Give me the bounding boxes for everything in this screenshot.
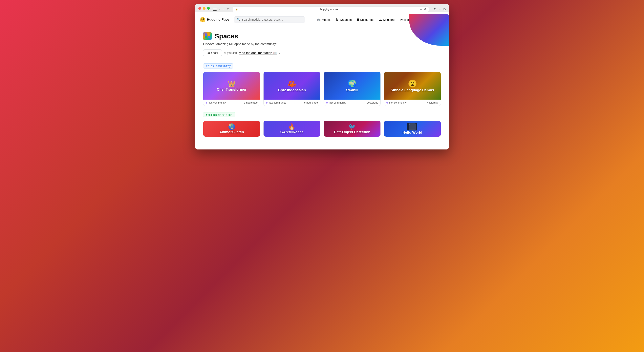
computer-vision-tag[interactable]: #computer-vision: [203, 112, 235, 117]
card-footer: flax-community 3 hours ago: [203, 100, 260, 106]
spaces-header: Spaces: [203, 32, 441, 40]
card-footer: flax-community yesterday: [384, 100, 441, 106]
shield-icon: 🛡: [227, 8, 230, 11]
models-icon: 🤖: [317, 18, 320, 21]
svg-rect-3: [208, 36, 210, 38]
refresh-icon[interactable]: ↺: [424, 8, 426, 11]
minimize-button[interactable]: [203, 7, 206, 10]
card-time: yesterday: [367, 101, 378, 104]
tabs-icon[interactable]: ⧉: [444, 7, 446, 11]
card-title: Detr Object Detection: [334, 130, 370, 134]
card-anime2sketch[interactable]: 🌏 Anime2Sketch: [203, 121, 260, 137]
flax-cards-grid: 👑 Chef Transformer flax-community 3 hour…: [203, 72, 441, 106]
card-title: Anime2Sketch: [219, 130, 244, 134]
browser-window: ‹ › 🛡 🔒 huggingface.co ⇌ ↺ ⬆ + ⧉ 🤗: [195, 4, 449, 149]
card-title: Chef Transformer: [217, 87, 246, 92]
brand-name: Hugging Face: [207, 18, 229, 21]
datasets-icon: 🗄: [336, 18, 339, 21]
browser-chrome: ‹ › 🛡 🔒 huggingface.co ⇌ ↺ ⬆ + ⧉: [195, 4, 449, 12]
url-text: huggingface.co: [240, 8, 419, 11]
flax-community-tag[interactable]: #flax-community: [203, 63, 233, 68]
card-footer: flax-community yesterday: [324, 100, 380, 106]
cv-cards-grid: 🌏 Anime2Sketch 🔥 GANsNRoses: [203, 121, 441, 137]
svg-rect-0: [205, 33, 207, 36]
lock-icon: 🔒: [235, 8, 238, 10]
card-chef-transformer[interactable]: 👑 Chef Transformer flax-community 3 hour…: [203, 72, 260, 106]
svg-rect-2: [205, 36, 207, 38]
nav-resources[interactable]: ☰ Resources: [356, 18, 374, 21]
card-owner-label: flax-community: [389, 101, 406, 104]
card-title: Hello World: [402, 130, 422, 135]
nav-solutions[interactable]: ☁ Solutions: [379, 18, 395, 21]
card-owner-label: flax-community: [329, 101, 346, 104]
card-title: Gpt2 Indonesian: [278, 88, 306, 92]
resources-icon: ☰: [356, 18, 359, 21]
maximize-button[interactable]: [207, 7, 210, 10]
card-swahili[interactable]: 🌍 Swahili flax-community yesterday: [324, 72, 381, 106]
search-icon: 🔍: [237, 18, 240, 21]
back-icon[interactable]: ‹: [219, 7, 220, 11]
brand-emoji: 🤗: [200, 17, 205, 22]
or-text: or you can: [224, 51, 237, 54]
card-title: GANsNRoses: [280, 130, 303, 134]
card-title: Sinhala Language Demos: [390, 88, 434, 92]
card-hello-world[interactable]: ⬛ Hello World: [384, 121, 441, 137]
card-footer: flax-community 5 hours ago: [264, 100, 320, 106]
page-title: Spaces: [214, 32, 238, 40]
card-gpt2-indonesian[interactable]: 🦀 Gpt2 Indonesian flax-community 5 hours…: [263, 72, 320, 106]
join-beta-row: Join beta or you can read the documentat…: [203, 49, 441, 56]
address-bar[interactable]: 🔒 huggingface.co ⇌ ↺: [233, 6, 429, 12]
spaces-logo: [203, 32, 212, 40]
card-time: 5 hours ago: [304, 101, 318, 104]
card-sinhala[interactable]: 😮 Sinhala Language Demos flax-community …: [384, 72, 441, 106]
close-button[interactable]: [198, 7, 201, 10]
main-content: Spaces Discover amazing ML apps made by …: [195, 25, 449, 149]
card-detr[interactable]: 🐦 Detr Object Detection: [324, 121, 381, 137]
traffic-lights: [198, 7, 210, 10]
search-bar[interactable]: 🔍: [234, 16, 305, 23]
card-owner-label: flax-community: [208, 101, 226, 104]
sidebar-toggle-icon[interactable]: [213, 8, 216, 11]
translate-icon[interactable]: ⇌: [420, 8, 422, 11]
nav-datasets[interactable]: 🗄 Datasets: [336, 18, 352, 21]
nav-models[interactable]: 🤖 Models: [317, 18, 331, 21]
card-owner-label: flax-community: [269, 101, 286, 104]
card-time: yesterday: [427, 101, 438, 104]
join-beta-button[interactable]: Join beta: [203, 49, 222, 56]
brand[interactable]: 🤗 Hugging Face: [200, 17, 229, 22]
share-icon[interactable]: ⬆: [434, 7, 436, 11]
spaces-subtitle: Discover amazing ML apps made by the com…: [203, 42, 441, 46]
card-time: 3 hours ago: [244, 101, 258, 104]
nav-pricing[interactable]: Pricing: [400, 18, 409, 21]
card-title: Swahili: [346, 88, 358, 92]
docs-link[interactable]: read the documentation 📖: [239, 51, 277, 55]
search-input[interactable]: [242, 18, 302, 21]
solutions-icon: ☁: [379, 18, 382, 21]
forward-icon[interactable]: ›: [222, 7, 223, 11]
svg-rect-1: [208, 33, 210, 36]
card-gansnroses[interactable]: 🔥 GANsNRoses: [263, 121, 320, 137]
new-tab-icon[interactable]: +: [439, 7, 441, 11]
